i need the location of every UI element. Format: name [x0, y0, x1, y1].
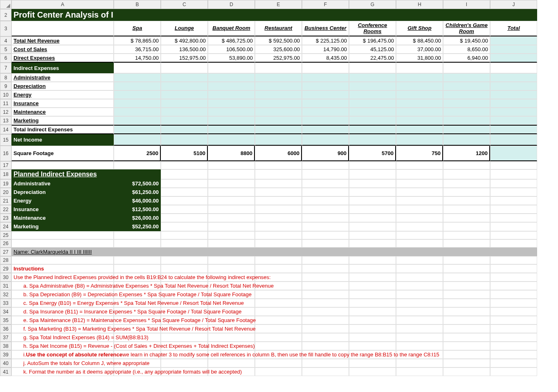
cell[interactable]	[302, 324, 349, 333]
planned-value[interactable]: $61,250.00	[114, 188, 161, 196]
cell[interactable]	[161, 333, 208, 342]
cell[interactable]	[443, 222, 490, 231]
cell[interactable]	[396, 333, 443, 342]
cell[interactable]	[255, 239, 302, 248]
data-cell[interactable]	[208, 134, 255, 146]
data-cell[interactable]	[302, 125, 349, 134]
cell[interactable]	[443, 290, 490, 299]
cell[interactable]	[443, 316, 490, 324]
data-cell[interactable]: $ 19,450.00	[443, 36, 490, 45]
cell[interactable]	[349, 188, 396, 196]
data-cell[interactable]	[349, 134, 396, 146]
data-cell[interactable]	[161, 125, 208, 134]
data-cell[interactable]	[208, 108, 255, 116]
cell[interactable]	[302, 367, 349, 376]
cell[interactable]	[255, 299, 302, 307]
cell[interactable]	[349, 161, 396, 169]
cell[interactable]	[302, 179, 349, 188]
data-cell[interactable]	[490, 54, 537, 63]
cell[interactable]	[255, 63, 302, 73]
data-cell[interactable]	[208, 116, 255, 125]
cell[interactable]	[396, 222, 443, 231]
spreadsheet-grid[interactable]: ABCDEFGHIJ2Profit Center Analysis of Ind…	[0, 0, 537, 376]
data-cell[interactable]	[208, 73, 255, 82]
cell[interactable]	[208, 179, 255, 188]
cell[interactable]	[490, 367, 537, 376]
cell[interactable]	[255, 196, 302, 205]
data-cell[interactable]	[443, 90, 490, 99]
data-cell[interactable]: 1200	[443, 146, 490, 161]
cell[interactable]	[114, 239, 161, 248]
cell[interactable]	[396, 169, 443, 179]
row-head-7[interactable]: 7	[0, 63, 11, 73]
data-cell[interactable]	[490, 90, 537, 99]
cell[interactable]	[208, 359, 255, 367]
data-cell[interactable]: 8,435.00	[302, 54, 349, 63]
cell[interactable]	[396, 307, 443, 316]
cell[interactable]	[161, 169, 208, 179]
cell[interactable]	[255, 256, 302, 264]
cell[interactable]	[396, 231, 443, 239]
data-cell[interactable]	[255, 108, 302, 116]
cell[interactable]	[255, 179, 302, 188]
cell[interactable]	[302, 214, 349, 222]
row-head-31[interactable]: 31	[0, 282, 11, 290]
planned-value[interactable]: $26,000.00	[114, 214, 161, 222]
row-head-27[interactable]: 27	[0, 248, 11, 256]
cell[interactable]	[255, 188, 302, 196]
data-cell[interactable]: 900	[302, 146, 349, 161]
data-cell[interactable]	[443, 125, 490, 134]
col-head-F[interactable]: F	[302, 0, 349, 9]
cell[interactable]	[349, 333, 396, 342]
cell[interactable]	[443, 239, 490, 248]
cell[interactable]	[396, 188, 443, 196]
data-cell[interactable]: 14,750.00	[114, 54, 161, 63]
cell[interactable]	[114, 264, 161, 273]
cell[interactable]	[349, 307, 396, 316]
cell[interactable]	[255, 214, 302, 222]
cell[interactable]	[161, 179, 208, 188]
cell[interactable]	[443, 256, 490, 264]
col-head-I[interactable]: I	[443, 0, 490, 9]
cell[interactable]	[255, 205, 302, 214]
row-head-33[interactable]: 33	[0, 299, 11, 307]
cell[interactable]	[349, 196, 396, 205]
cell[interactable]	[302, 222, 349, 231]
cell[interactable]	[396, 342, 443, 350]
data-cell[interactable]: 22,475.00	[349, 54, 396, 63]
cell[interactable]	[396, 161, 443, 169]
row-head-3[interactable]: 3	[0, 21, 11, 36]
cell[interactable]	[302, 239, 349, 248]
cell[interactable]	[208, 188, 255, 196]
data-cell[interactable]	[114, 99, 161, 108]
col-head-J[interactable]: J	[490, 0, 537, 9]
row-head-6[interactable]: 6	[0, 54, 11, 63]
data-cell[interactable]	[396, 125, 443, 134]
cell[interactable]	[255, 307, 302, 316]
cell[interactable]	[302, 316, 349, 324]
cell[interactable]	[443, 188, 490, 196]
data-cell[interactable]	[349, 73, 396, 82]
cell[interactable]	[161, 359, 208, 367]
cell[interactable]	[443, 196, 490, 205]
data-cell[interactable]: 37,000.00	[396, 45, 443, 54]
cell[interactable]	[396, 316, 443, 324]
cell[interactable]	[255, 161, 302, 169]
cell[interactable]	[490, 179, 537, 188]
data-cell[interactable]: 252,975.00	[255, 54, 302, 63]
data-cell[interactable]	[114, 73, 161, 82]
row-head-14[interactable]: 14	[0, 125, 11, 134]
row-head-18[interactable]: 18	[0, 169, 11, 179]
cell[interactable]	[208, 161, 255, 169]
data-cell[interactable]: 750	[396, 146, 443, 161]
cell[interactable]	[255, 264, 302, 273]
cell[interactable]	[443, 231, 490, 239]
row-head-5[interactable]: 5	[0, 45, 11, 54]
cell[interactable]	[349, 359, 396, 367]
cell[interactable]	[490, 307, 537, 316]
cell[interactable]	[490, 63, 537, 73]
data-cell[interactable]	[349, 108, 396, 116]
data-cell[interactable]	[302, 116, 349, 125]
data-cell[interactable]	[302, 73, 349, 82]
cell[interactable]	[349, 239, 396, 248]
